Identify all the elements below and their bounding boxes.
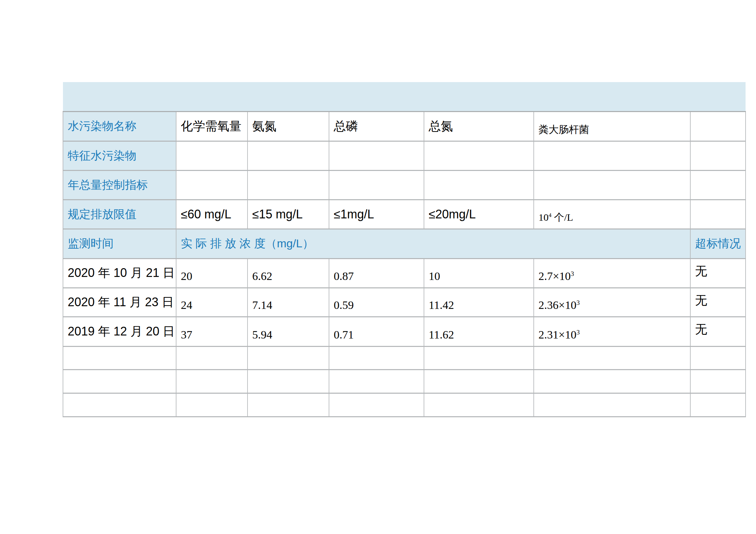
date-cell: 2019 年 12 月 20 日 (63, 317, 176, 346)
row-label-limit: 规定排放限值 (63, 200, 176, 229)
row-label-annual-total: 年总量控制指标 (63, 170, 176, 200)
value-fecal-base: 2.36×10 (538, 299, 577, 311)
empty-cell (690, 111, 746, 141)
value-tn: 10 (424, 258, 534, 288)
empty-cell (424, 346, 534, 369)
value-fecal-base: 2.31×10 (538, 328, 577, 341)
table-title-band (63, 82, 746, 111)
value-nh3n: 6.62 (248, 258, 329, 288)
empty-cell (690, 393, 746, 417)
limit-tp: ≤1mg/L (329, 200, 424, 229)
value-fecal: 2.31×103 (534, 317, 690, 346)
empty-cell (329, 346, 424, 369)
empty-cell (329, 393, 424, 417)
actual-concentration-header: 实 际 排 放 浓 度（mg/L） (176, 229, 690, 258)
value-nh3n: 5.94 (248, 317, 329, 346)
exceed-status-header: 超标情况 (690, 229, 746, 258)
row-label-monitor-time: 监测时间 (63, 229, 176, 258)
row-label-characteristic: 特征水污染物 (63, 141, 176, 170)
header-tn: 总氮 (424, 111, 534, 141)
empty-cell (534, 141, 690, 170)
value-cod: 24 (176, 288, 248, 317)
empty-cell (248, 141, 329, 170)
empty-cell (424, 369, 534, 393)
header-tp: 总磷 (329, 111, 424, 141)
value-fecal-exponent: 3 (577, 298, 580, 306)
empty-cell (176, 346, 248, 369)
limit-tn: ≤20mg/L (424, 200, 534, 229)
empty-cell (248, 369, 329, 393)
empty-cell (690, 141, 746, 170)
value-fecal-base: 2.7×10 (538, 270, 571, 282)
value-tp: 0.87 (329, 258, 424, 288)
header-fecal-coliform: 粪大肠杆菌 (534, 111, 690, 141)
empty-cell (424, 141, 534, 170)
empty-cell (690, 200, 746, 229)
date-cell: 2020 年 11 月 23 日 (63, 288, 176, 317)
empty-cell (424, 393, 534, 417)
empty-cell (248, 346, 329, 369)
header-cod: 化学需氧量 (176, 111, 248, 141)
header-nh3n: 氨氮 (248, 111, 329, 141)
value-fecal: 2.36×103 (534, 288, 690, 317)
empty-cell (176, 393, 248, 417)
empty-cell (534, 393, 690, 417)
value-tp: 0.59 (329, 288, 424, 317)
value-nh3n: 7.14 (248, 288, 329, 317)
empty-cell (329, 141, 424, 170)
date-cell: 2020 年 10 月 21 日 (63, 258, 176, 288)
empty-cell (63, 346, 176, 369)
empty-cell (534, 170, 690, 200)
limit-fecal-exponent: 4 (549, 212, 552, 218)
empty-cell (424, 170, 534, 200)
empty-cell (534, 369, 690, 393)
exceed-cell: 无 (690, 317, 746, 346)
pollutant-monitoring-table: 水污染物名称 化学需氧量 氨氮 总磷 总氮 粪大肠杆菌 特征水污染物 年总量控制… (63, 82, 746, 417)
exceed-cell: 无 (690, 258, 746, 288)
value-fecal: 2.7×103 (534, 258, 690, 288)
limit-fecal-base: 10 (538, 212, 549, 223)
document-page: 水污染物名称 化学需氧量 氨氮 总磷 总氮 粪大肠杆菌 特征水污染物 年总量控制… (0, 0, 756, 534)
empty-cell (690, 170, 746, 200)
value-fecal-exponent: 3 (577, 328, 580, 335)
limit-nh3n: ≤15 mg/L (248, 200, 329, 229)
empty-cell (690, 346, 746, 369)
value-tp: 0.71 (329, 317, 424, 346)
limit-fecal: 104 个/L (534, 200, 690, 229)
empty-cell (248, 170, 329, 200)
value-tn: 11.42 (424, 288, 534, 317)
empty-cell (248, 393, 329, 417)
empty-cell (176, 369, 248, 393)
empty-cell (63, 369, 176, 393)
limit-fecal-unit: 个/L (552, 212, 573, 223)
empty-cell (176, 141, 248, 170)
empty-cell (176, 170, 248, 200)
row-label-pollutant-name: 水污染物名称 (63, 111, 176, 141)
value-cod: 20 (176, 258, 248, 288)
empty-cell (329, 369, 424, 393)
value-fecal-exponent: 3 (571, 270, 574, 277)
value-cod: 37 (176, 317, 248, 346)
value-tn: 11.62 (424, 317, 534, 346)
empty-cell (534, 346, 690, 369)
empty-cell (329, 170, 424, 200)
empty-cell (690, 369, 746, 393)
limit-cod: ≤60 mg/L (176, 200, 248, 229)
exceed-cell: 无 (690, 288, 746, 317)
empty-cell (63, 393, 176, 417)
